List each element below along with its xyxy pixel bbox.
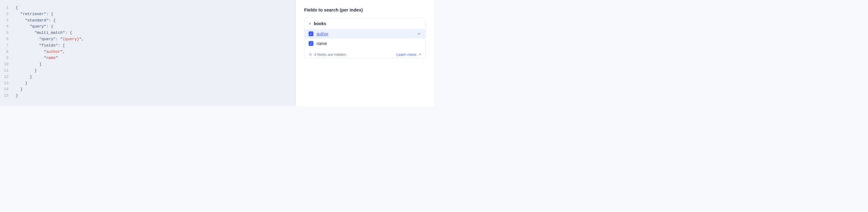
chevron-down-icon: ∨ — [309, 22, 311, 26]
code-table: 1{2 "retriever": {3 "standard": {4 "quer… — [0, 5, 295, 99]
line-code: "author", — [14, 49, 295, 55]
code-line-5: 5 "multi_match": { — [0, 30, 295, 36]
line-code: "standard": { — [14, 18, 295, 24]
code-line-10: 10 ] — [0, 61, 295, 68]
line-number: 2 — [0, 11, 14, 17]
sidebar-panel: Fields to search (per index) ∨ books ✓au… — [296, 0, 434, 106]
index-section: ∨ books ✓author↵✓name ⊘ 4 fields are hid… — [304, 18, 426, 58]
line-code: } — [14, 93, 295, 99]
code-line-1: 1{ — [0, 5, 295, 11]
line-code: "query": "{query}", — [14, 36, 295, 43]
learn-more-link[interactable]: Learn more. ↗ — [396, 52, 421, 57]
check-icon: ✓ — [310, 32, 313, 36]
line-code: "retriever": { — [14, 11, 295, 18]
line-code: } — [14, 74, 295, 80]
line-code: "query": { — [14, 24, 295, 30]
code-panel: 1{2 "retriever": {3 "standard": {4 "quer… — [0, 0, 296, 106]
code-line-6: 6 "query": "{query}", — [0, 36, 295, 43]
hidden-fields-count: 4 fields are hidden. — [314, 52, 347, 57]
hidden-fields-row: ⊘ 4 fields are hidden. Learn more. ↗ — [304, 48, 425, 58]
code-line-15: 15} — [0, 93, 295, 99]
line-code: "multi_match": { — [14, 30, 295, 36]
field-label-name: name — [316, 41, 421, 46]
line-number: 9 — [0, 55, 14, 61]
code-line-4: 4 "query": { — [0, 24, 295, 30]
line-number: 14 — [0, 86, 14, 92]
line-number: 7 — [0, 43, 14, 49]
code-line-14: 14 } — [0, 86, 295, 93]
field-author[interactable]: ✓author↵ — [304, 29, 425, 39]
return-icon: ↵ — [417, 31, 421, 36]
line-number: 8 — [0, 49, 14, 55]
field-label-author: author — [316, 31, 414, 36]
code-line-7: 7 "fields": [ — [0, 43, 295, 49]
line-code: "fields": [ — [14, 43, 295, 49]
field-name[interactable]: ✓name — [304, 39, 425, 48]
line-code: { — [14, 5, 295, 11]
hidden-fields-icon: ⊘ — [309, 52, 312, 57]
external-link-icon: ↗ — [418, 53, 421, 56]
hidden-fields-text: ⊘ 4 fields are hidden. — [309, 52, 347, 57]
checkbox-name[interactable]: ✓ — [309, 41, 313, 46]
code-line-11: 11 } — [0, 68, 295, 74]
index-name: books — [314, 21, 326, 26]
line-number: 1 — [0, 5, 14, 11]
index-header[interactable]: ∨ books — [304, 18, 425, 29]
line-number: 5 — [0, 30, 14, 36]
code-line-2: 2 "retriever": { — [0, 11, 295, 18]
line-code: } — [14, 80, 295, 87]
line-number: 4 — [0, 24, 14, 30]
line-number: 13 — [0, 80, 14, 86]
sidebar-title: Fields to search (per index) — [304, 7, 426, 12]
code-line-12: 12 } — [0, 74, 295, 80]
line-number: 10 — [0, 61, 14, 67]
line-code: "name" — [14, 55, 295, 61]
code-line-13: 13 } — [0, 80, 295, 87]
line-number: 11 — [0, 68, 14, 74]
line-code: } — [14, 86, 295, 93]
code-line-9: 9 "name" — [0, 55, 295, 61]
line-number: 15 — [0, 93, 14, 99]
learn-more-label: Learn more. — [396, 52, 417, 57]
line-code: ] — [14, 61, 295, 68]
line-number: 3 — [0, 18, 14, 24]
line-code: } — [14, 68, 295, 74]
checkbox-author[interactable]: ✓ — [309, 31, 313, 36]
code-line-8: 8 "author", — [0, 49, 295, 55]
code-line-3: 3 "standard": { — [0, 18, 295, 24]
check-icon: ✓ — [310, 42, 313, 45]
line-number: 12 — [0, 74, 14, 80]
line-number: 6 — [0, 36, 14, 42]
